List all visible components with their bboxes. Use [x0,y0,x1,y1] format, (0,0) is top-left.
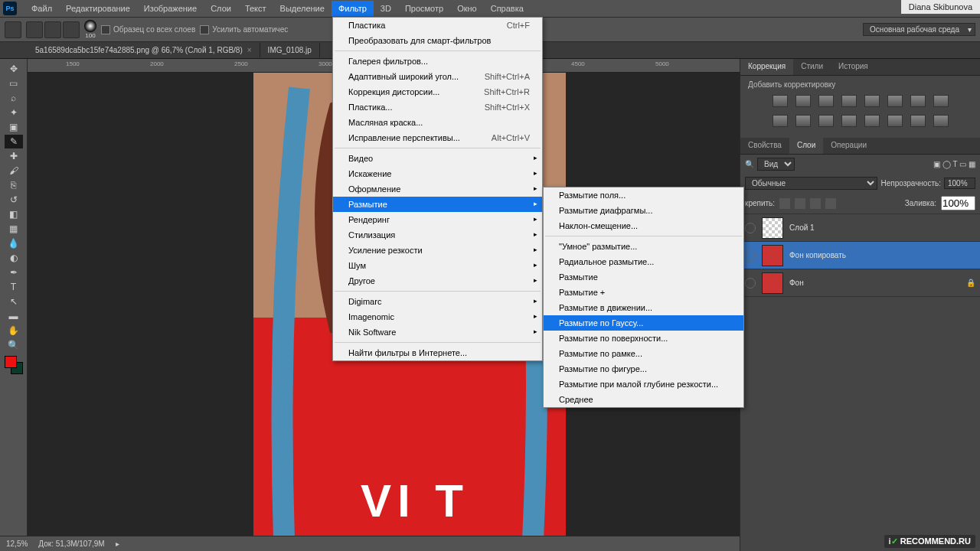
lock-all-icon[interactable] [825,198,836,209]
tab-properties[interactable]: Свойства [740,138,789,154]
gradient-tool[interactable]: ▦ [5,222,23,236]
path-tool[interactable]: ↖ [5,295,23,308]
mode-btn-2[interactable] [44,21,61,38]
adj-hue-icon[interactable] [887,95,903,107]
brush-tool[interactable]: 🖌 [5,164,23,178]
menu-item[interactable]: Imagenomic [333,309,542,324]
adj-vibrance-icon[interactable] [864,95,880,107]
history-brush-tool[interactable]: ↺ [5,193,23,207]
menu-item[interactable]: Размытие по фигуре... [544,361,743,377]
move-tool[interactable]: ✥ [5,62,23,76]
menu-item[interactable]: Адаптивный широкий угол...Shift+Ctrl+A [333,69,542,84]
adj-gradient-icon[interactable] [910,115,926,127]
layer-row[interactable]: Фон🔒 [740,269,980,297]
doc-tab-2[interactable]: IMG_0108.jp [260,43,320,57]
menu-файл[interactable]: Файл [24,1,59,16]
tab-styles[interactable]: Стили [793,59,831,75]
menu-item[interactable]: Масляная краска... [333,115,542,130]
adj-posterize-icon[interactable] [864,115,880,127]
menu-item[interactable]: Оформление [333,181,542,197]
fill-input[interactable] [941,196,975,210]
heal-tool[interactable]: ✚ [5,149,23,163]
menu-item[interactable]: Размытие по поверхности... [544,331,743,346]
menu-item[interactable]: Радиальное размытие... [544,254,743,269]
wand-tool[interactable]: ✦ [5,106,23,119]
menu-окно[interactable]: Окно [450,1,484,16]
visibility-icon[interactable] [745,278,756,289]
lock-pos-icon[interactable] [810,198,821,209]
blend-mode-select[interactable]: Обычные [745,177,877,190]
adj-levels-icon[interactable] [795,95,811,107]
menu-item[interactable]: ПластикаCtrl+F [333,18,542,33]
adj-mixer-icon[interactable] [795,115,811,127]
eyedropper-tool[interactable]: ✎ [5,135,23,148]
adj-threshold-icon[interactable] [887,115,903,127]
menu-item[interactable]: Размытие по Гауссу... [544,315,743,331]
menu-фильтр[interactable]: Фильтр [332,1,374,16]
adj-photo-filter-icon[interactable] [773,115,788,127]
adj-invert-icon[interactable] [841,115,857,127]
menu-item[interactable]: Nik Software [333,324,542,340]
adj-curves-icon[interactable] [818,95,834,107]
adj-balance-icon[interactable] [910,95,926,107]
visibility-icon[interactable] [745,250,756,261]
type-tool[interactable]: T [5,280,23,294]
layer-filter-kind[interactable]: Вид [757,158,795,171]
marquee-tool[interactable]: ▭ [5,77,23,90]
menu-просмотр[interactable]: Просмотр [398,1,450,16]
menu-редактирование[interactable]: Редактирование [59,1,137,16]
menu-item[interactable]: Видео [333,151,542,166]
opacity-input[interactable] [944,178,975,189]
layer-row[interactable]: Фон копировать [740,242,980,269]
menu-item[interactable]: Стилизация [333,227,542,243]
adj-bw-icon[interactable] [933,95,949,107]
layer-thumbnail[interactable] [762,217,783,239]
menu-item[interactable]: Размытие в движении... [544,300,743,315]
dodge-tool[interactable]: ◐ [5,251,23,265]
workspace-selector[interactable]: Основная рабочая среда [863,23,975,36]
menu-item[interactable]: Усиление резкости [333,243,542,258]
menu-справка[interactable]: Справка [484,1,531,16]
tab-layers[interactable]: Слои [789,138,823,154]
layer-thumbnail[interactable] [762,245,783,266]
menu-3d[interactable]: 3D [374,1,398,16]
menu-item[interactable]: Коррекция дисторсии...Shift+Ctrl+R [333,84,542,99]
menu-item[interactable]: "Умное" размытие... [544,239,743,254]
menu-item[interactable]: Размытие поля... [544,187,743,203]
eraser-tool[interactable]: ◧ [5,207,23,221]
menu-item[interactable]: Размытие + [544,285,743,300]
tab-history[interactable]: История [831,59,876,75]
lock-trans-icon[interactable] [779,198,790,209]
visibility-icon[interactable] [745,223,756,233]
doc-tab-1[interactable]: 5a16589dca5bc15fe74a2885.png @ 66,7% (Сл… [28,43,260,57]
adj-lookup-icon[interactable] [818,115,834,127]
menu-item[interactable]: Шум [333,258,542,273]
close-icon[interactable]: × [247,46,252,54]
adj-brightness-icon[interactable] [773,95,788,107]
menu-item[interactable]: Пластика...Shift+Ctrl+X [333,99,542,115]
menu-item[interactable]: Digimarc [333,294,542,309]
layer-thumbnail[interactable] [762,272,783,294]
menu-item[interactable]: Найти фильтры в Интернете... [333,345,542,360]
menu-item[interactable]: Галерея фильтров... [333,54,542,69]
menu-item[interactable]: Наклон-смещение... [544,218,743,233]
menu-изображение[interactable]: Изображение [137,1,204,16]
lock-pixels-icon[interactable] [795,198,805,209]
hand-tool[interactable]: ✋ [5,324,23,337]
menu-item[interactable]: Размытие [333,197,542,212]
enhance-auto-checkbox[interactable]: Усилить автоматичес [200,25,288,34]
tab-correction[interactable]: Коррекция [740,59,793,75]
menu-item[interactable]: Другое [333,273,542,289]
stamp-tool[interactable]: ⎘ [5,178,23,192]
menu-item[interactable]: Среднее [544,392,743,407]
adj-selective-icon[interactable] [933,115,949,127]
adj-exposure-icon[interactable] [841,95,857,107]
menu-item[interactable]: Преобразовать для смарт-фильтров [333,33,542,48]
menu-item[interactable]: Рендеринг [333,212,542,227]
menu-item[interactable]: Исправление перспективы...Alt+Ctrl+V [333,130,542,145]
mode-btn-1[interactable] [26,21,43,38]
brush-size[interactable]: 100 [84,20,96,39]
blur-tool[interactable]: 💧 [5,236,23,250]
menu-item[interactable]: Размытие диафрагмы... [544,203,743,218]
menu-слои[interactable]: Слои [204,1,238,16]
